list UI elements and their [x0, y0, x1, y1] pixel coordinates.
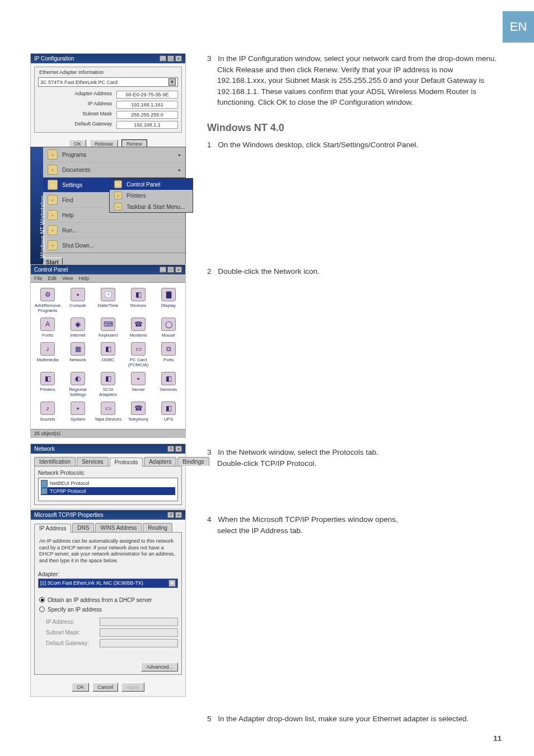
menu-item-icon: ▫ — [48, 225, 58, 235]
menu-view[interactable]: View — [62, 276, 73, 281]
protocol-list[interactable]: NetBEUI Protocol TCP/IP Protocol — [38, 478, 178, 501]
tab-routing[interactable]: Routing — [143, 523, 172, 532]
maximize-icon[interactable]: □ — [167, 267, 174, 273]
control-panel-item[interactable]: ☎Telephony — [124, 400, 153, 423]
control-panel-item[interactable]: AFonts — [33, 316, 62, 339]
nt-step2-text: Double-click the Network icon. — [218, 267, 320, 276]
minimize-icon[interactable]: _ — [160, 267, 166, 273]
kv-row: Adapter Address00-E0-29-75-35-9E — [38, 90, 178, 100]
tab-identification[interactable]: Identification — [34, 457, 76, 466]
control-panel-item[interactable]: ◧Printers — [33, 370, 62, 399]
control-panel-item[interactable]: ◧Services — [154, 370, 183, 399]
control-panel-item[interactable]: ◧SCSI Adapters — [93, 370, 123, 399]
start-menu-item[interactable]: ▫Documents▸ — [43, 162, 185, 178]
submenu-item[interactable]: ▫Control Panel — [110, 179, 193, 190]
tab-wins address[interactable]: WINS Address — [95, 523, 142, 532]
start-menu-item[interactable]: ▫Shut Down... — [43, 238, 185, 253]
control-panel-status: 25 object(s) — [31, 429, 185, 437]
close-icon[interactable]: × — [175, 512, 182, 518]
control-panel-item[interactable]: ▪System — [63, 400, 92, 423]
kv-row: Default Gateway192.168.1.1 — [38, 120, 178, 130]
cp-item-label: Services — [154, 387, 182, 392]
cp-icon: ◐ — [71, 372, 85, 385]
control-panel-item[interactable]: 🕒Date/Time — [93, 286, 123, 315]
control-panel-item[interactable]: ♪Sounds — [33, 400, 62, 423]
control-panel-item[interactable]: ▭PC Card (PCMCIA) — [124, 340, 153, 369]
control-panel-item[interactable]: ◉Internet — [63, 316, 92, 339]
control-panel-item[interactable]: ♪Multimedia — [33, 340, 62, 369]
cp-icon: ☎ — [131, 402, 146, 415]
chevron-down-icon[interactable]: ▼ — [168, 580, 176, 587]
protocol-label: NetBEUI Protocol — [50, 480, 90, 486]
chevron-down-icon[interactable]: ▼ — [168, 78, 176, 86]
kv-row: IP Address192.168.1.161 — [38, 100, 178, 110]
control-panel-item[interactable]: ⧉Ports — [154, 340, 183, 369]
control-panel-item[interactable]: ⌨Keyboard — [93, 316, 123, 339]
tab-bindings[interactable]: Bindings — [177, 457, 209, 466]
cp-icon: ▪ — [71, 402, 85, 415]
start-menu-item[interactable]: ▫Run... — [43, 223, 185, 238]
control-panel-item[interactable]: ◧ODBC — [93, 340, 123, 369]
step-number: 1 — [207, 141, 212, 149]
menu-help[interactable]: Help — [78, 276, 89, 281]
menu-item-label: Printers — [127, 193, 146, 199]
minimize-icon[interactable]: _ — [160, 55, 166, 62]
protocol-icon — [41, 488, 48, 494]
control-panel-item[interactable]: ▭Tape Devices — [93, 400, 123, 423]
kv-value: 192.168.1.161 — [116, 101, 178, 109]
control-panel-item[interactable]: ◧UPS — [154, 400, 183, 423]
cancel-button[interactable]: Cancel — [92, 683, 118, 692]
close-icon[interactable]: × — [175, 446, 182, 452]
menu-item-icon: ▫ — [48, 165, 58, 175]
control-panel-item[interactable]: ▪Server — [124, 370, 153, 399]
submenu-item[interactable]: ▫Printers — [110, 190, 193, 201]
tab-adapters[interactable]: Adapters — [144, 457, 176, 466]
list-item[interactable]: TCP/IP Protocol — [41, 487, 175, 495]
cp-item-label: Network — [64, 357, 92, 362]
list-item[interactable]: NetBEUI Protocol — [41, 479, 175, 487]
adapter-dropdown[interactable]: 3C 574TX Fast EtherLink PC Card ▼ — [38, 77, 178, 87]
cp-item-label: Console — [64, 303, 92, 308]
control-panel-item[interactable]: ☎Modems — [124, 316, 153, 339]
control-panel-item[interactable]: ◯Mouse — [154, 316, 183, 339]
tab-services[interactable]: Services — [77, 457, 108, 466]
cp-icon: ▪ — [71, 288, 85, 301]
menu-edit[interactable]: Edit — [48, 276, 57, 281]
help-icon[interactable]: ? — [167, 512, 174, 518]
cp-item-label: Printers — [34, 387, 62, 392]
control-panel-item[interactable]: ▦Network — [63, 340, 92, 369]
menu-item-icon: ▫ — [48, 180, 58, 190]
static-ip-radio[interactable]: Specify an IP address — [38, 605, 178, 614]
help-icon[interactable]: ? — [167, 446, 174, 452]
tcpip-description: An IP address can be automatically assig… — [38, 536, 178, 570]
tcpip-window: Microsoft TCP/IP Properties ?× IP Addres… — [30, 510, 186, 697]
close-icon[interactable]: × — [175, 267, 182, 273]
radio-icon — [39, 597, 45, 603]
dhcp-radio[interactable]: Obtain an IP address from a DHCP server — [38, 595, 178, 605]
tab-protocols[interactable]: Protocols — [110, 458, 143, 466]
cp-icon: ♪ — [40, 402, 55, 415]
tab-ip address[interactable]: IP Address — [34, 524, 71, 533]
menu-item-label: Run... — [62, 227, 77, 234]
ok-button[interactable]: OK — [72, 683, 89, 692]
radio-label: Specify an IP address — [48, 606, 102, 613]
maximize-icon[interactable]: □ — [167, 55, 174, 62]
nt-step4b-text: select the IP Address tab. — [217, 526, 303, 535]
step-number: 3 — [207, 448, 212, 456]
start-menu-item[interactable]: ▫Programs▸ — [43, 147, 185, 162]
tab-dns[interactable]: DNS — [72, 523, 94, 532]
control-panel-item[interactable]: ▪Console — [63, 286, 92, 315]
adapter-dropdown[interactable]: [1] 3Com Fast EtherLink XL NIC (3C905B-T… — [38, 578, 178, 588]
close-icon[interactable]: × — [175, 55, 182, 62]
control-panel-item[interactable]: ▇Display — [154, 286, 183, 315]
control-panel-item[interactable]: ◐Regional Settings — [63, 370, 92, 399]
cp-item-label: Display — [154, 303, 182, 308]
cp-icon: ◯ — [161, 318, 176, 331]
cp-icon: A — [40, 318, 55, 331]
control-panel-item[interactable]: ◧Devices — [124, 286, 153, 315]
control-panel-item[interactable]: ⚙Add/Remove Programs — [33, 286, 62, 315]
nt-step3a-text: In the Network window, select the Protoc… — [218, 448, 378, 456]
menu-file[interactable]: File — [34, 276, 43, 281]
submenu-item[interactable]: ▫Taskbar & Start Menu... — [110, 201, 193, 212]
advanced-button[interactable]: Advanced... — [141, 662, 178, 671]
